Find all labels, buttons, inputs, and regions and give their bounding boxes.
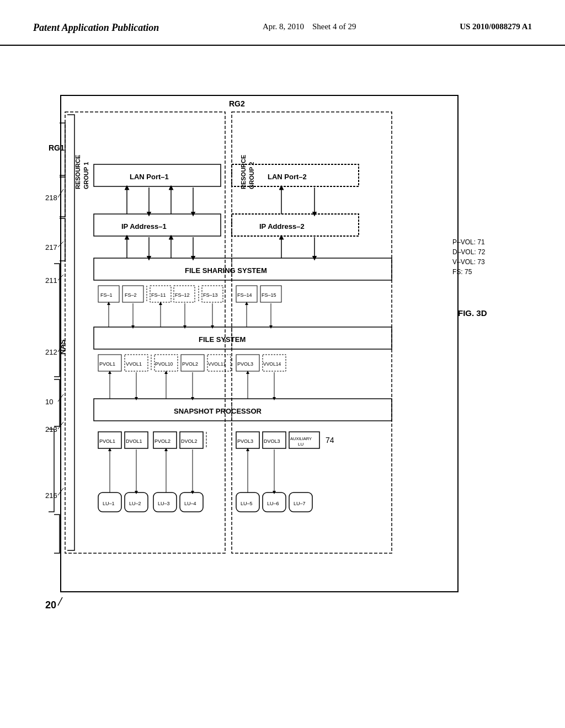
svg-text:VVOL14: VVOL14	[263, 361, 281, 367]
svg-rect-0	[61, 95, 458, 592]
svg-text:FILE SYSTEM: FILE SYSTEM	[199, 335, 246, 344]
svg-text:FILE SHARING SYSTEM: FILE SHARING SYSTEM	[185, 266, 267, 275]
header-center: Apr. 8, 2010 Sheet 4 of 29	[263, 22, 356, 31]
svg-text:FS–13: FS–13	[203, 292, 218, 298]
page-header: Patent Application Publication Apr. 8, 2…	[0, 0, 565, 46]
publication-date: Apr. 8, 2010	[263, 22, 304, 31]
svg-text:211: 211	[45, 276, 57, 285]
svg-text:PVOL3: PVOL3	[237, 361, 253, 367]
svg-text:SNAPSHOT PROCESSOR: SNAPSHOT PROCESSOR	[174, 407, 262, 415]
svg-text:P–VOL: 71: P–VOL: 71	[452, 238, 485, 246]
svg-text:LU–6: LU–6	[267, 501, 279, 506]
svg-text:LU–4: LU–4	[184, 501, 196, 506]
patent-diagram: 20 RG1 RG2 NAS 218 217 211 212 10 213 21…	[17, 79, 546, 658]
svg-text:FS–12: FS–12	[175, 292, 190, 298]
svg-text:PVOL1: PVOL1	[99, 361, 115, 367]
svg-text:V–VOL: 73: V–VOL: 73	[452, 258, 485, 266]
svg-text:PVOL1: PVOL1	[99, 438, 115, 444]
patent-number: US 2010/0088279 A1	[460, 22, 532, 31]
svg-text:218: 218	[45, 194, 57, 202]
svg-text:IP Address–1: IP Address–1	[121, 222, 167, 231]
svg-text:D–VOL: 72: D–VOL: 72	[452, 248, 486, 256]
svg-text:PVOL10: PVOL10	[155, 361, 173, 367]
svg-text:RG1: RG1	[49, 143, 65, 152]
svg-text:217: 217	[45, 243, 57, 251]
diagram-area: 20 RG1 RG2 NAS 218 217 211 212 10 213 21…	[0, 46, 565, 697]
svg-text:FS–2: FS–2	[125, 292, 137, 298]
svg-text:FS–14: FS–14	[237, 292, 252, 298]
svg-line-1	[58, 597, 62, 606]
svg-text:LU–3: LU–3	[158, 501, 170, 506]
svg-text:FS: 75: FS: 75	[452, 268, 472, 276]
svg-text:GROUP 1: GROUP 1	[83, 162, 89, 189]
svg-text:VVOL11: VVOL11	[208, 361, 226, 367]
svg-text:DVOL2: DVOL2	[181, 438, 198, 444]
label-20: 20	[45, 599, 56, 611]
svg-rect-5	[232, 112, 392, 553]
svg-text:FS–1: FS–1	[100, 292, 113, 298]
svg-text:RG2: RG2	[229, 99, 245, 108]
svg-text:RESOURCE: RESOURCE	[74, 155, 81, 189]
svg-text:LU–2: LU–2	[129, 501, 141, 506]
svg-text:VVOL1: VVOL1	[126, 361, 142, 367]
svg-text:RESOURCE: RESOURCE	[240, 155, 247, 189]
svg-text:216: 216	[45, 491, 57, 500]
sheet-info: Sheet 4 of 29	[312, 22, 356, 31]
svg-text:DVOL1: DVOL1	[126, 438, 142, 444]
svg-text:DVOL3: DVOL3	[264, 438, 280, 444]
svg-text:LU–5: LU–5	[241, 501, 253, 506]
svg-text:FIG. 3D: FIG. 3D	[458, 308, 487, 318]
svg-text:10: 10	[45, 398, 53, 406]
svg-text:LU–1: LU–1	[103, 501, 115, 506]
svg-text:PVOL2: PVOL2	[154, 438, 170, 444]
svg-text:LAN Port–2: LAN Port–2	[268, 173, 307, 181]
svg-text:GROUP 2: GROUP 2	[248, 162, 255, 189]
svg-text:74: 74	[326, 436, 334, 445]
svg-text:212: 212	[45, 348, 57, 356]
svg-text:AUXILIARY: AUXILIARY	[290, 436, 312, 441]
svg-text:LU–7: LU–7	[294, 501, 306, 506]
svg-text:IP Address–2: IP Address–2	[259, 222, 305, 231]
svg-text:FS–15: FS–15	[262, 292, 276, 298]
svg-text:PVOL2: PVOL2	[182, 361, 198, 367]
publication-title: Patent Application Publication	[33, 22, 159, 34]
svg-text:PVOL3: PVOL3	[237, 438, 253, 444]
svg-text:LAN Port–1: LAN Port–1	[130, 173, 169, 181]
svg-text:LU: LU	[298, 442, 303, 447]
svg-text:FS–11: FS–11	[151, 292, 166, 298]
